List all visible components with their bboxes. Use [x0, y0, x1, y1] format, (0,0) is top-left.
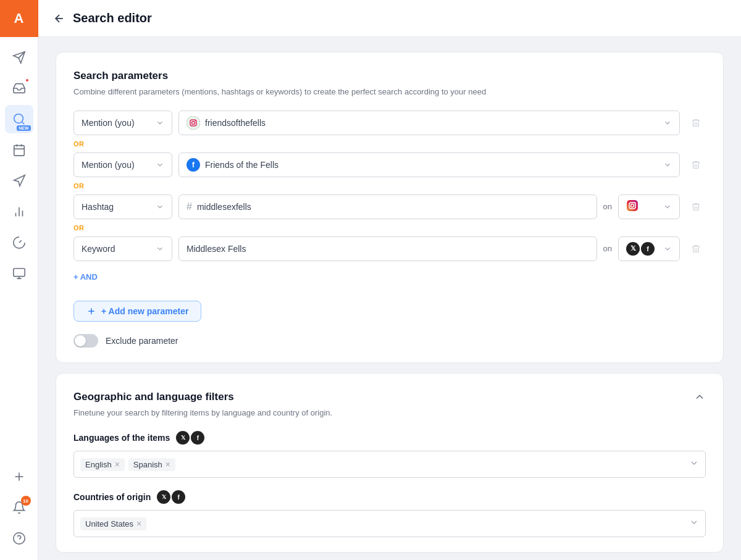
country-social-icons: 𝕏 f — [157, 490, 185, 504]
twitter-dark-icon: 𝕏 — [626, 242, 640, 256]
sidebar-item-calendar[interactable] — [5, 136, 33, 164]
delete-row-3[interactable] — [686, 197, 706, 217]
mention-type-select-1[interactable]: Mention (you) — [73, 111, 172, 135]
instagram-social-icon — [626, 199, 638, 214]
facebook-dark-icon: f — [641, 242, 655, 256]
remove-us-tag[interactable]: × — [136, 519, 141, 528]
sidebar-item-send[interactable] — [5, 43, 33, 72]
languages-multiselect[interactable]: English × Spanish × — [73, 451, 706, 478]
multi-social-icons: 𝕏 f — [626, 242, 655, 256]
and-link[interactable]: + AND — [73, 272, 98, 282]
page-title: Search editor — [73, 11, 152, 25]
app-logo[interactable]: A — [0, 0, 38, 37]
keyword-type-select[interactable]: Keyword — [73, 236, 172, 261]
sidebar-item-analytics[interactable] — [5, 198, 33, 226]
delete-row-4[interactable] — [686, 239, 706, 259]
topbar: Search editor — [38, 0, 741, 37]
or-label-2: OR — [73, 182, 706, 190]
delete-row-1[interactable] — [686, 113, 706, 133]
countries-dropdown-arrow — [689, 517, 699, 530]
param-row-4: Keyword Middlesex Fells on 𝕏 f — [73, 236, 706, 261]
megaphone-icon — [12, 174, 26, 188]
new-badge: NEW — [17, 125, 30, 131]
sidebar-item-notifications[interactable]: 10 — [5, 493, 33, 522]
param-row-3: Hashtag # middlesexfells on — [73, 194, 706, 219]
plus-icon — [12, 470, 26, 483]
countries-section: Countries of origin 𝕏 f United States × — [73, 490, 706, 537]
sidebar: A NEW — [0, 0, 38, 560]
profile-avatar-1 — [186, 116, 200, 130]
keyword-value-text: Middlesex Fells — [186, 244, 246, 254]
geo-filters-content: Languages of the items 𝕏 f English × — [73, 431, 706, 537]
keyword-platform-select[interactable]: 𝕏 f — [618, 236, 680, 261]
countries-multiselect[interactable]: United States × — [73, 510, 706, 537]
lang-icon-1: 𝕏 — [176, 431, 190, 445]
exclude-row: Exclude parameter — [73, 334, 706, 348]
collapse-button[interactable] — [693, 391, 706, 406]
mention-value-select-1[interactable]: friendsofthefells — [178, 111, 680, 135]
exclude-label: Exclude parameter — [106, 336, 178, 346]
sidebar-item-gauge[interactable] — [5, 228, 33, 257]
sidebar-nav: NEW — [5, 37, 33, 462]
svg-rect-4 — [14, 146, 24, 156]
sidebar-item-media[interactable] — [5, 259, 33, 288]
barchart-icon — [12, 205, 26, 219]
back-button[interactable] — [53, 12, 65, 25]
add-param-label: + Add new parameter — [101, 306, 188, 316]
sidebar-bottom: 10 — [5, 462, 33, 560]
lang-social-icons: 𝕏 f — [176, 431, 204, 445]
search-icon — [12, 112, 26, 126]
mention-value-text-1: friendsofthefells — [205, 118, 266, 128]
geo-filters-card: Geographic and language filters Finetune… — [56, 373, 724, 553]
mention-type-select-2[interactable]: Mention (you) — [73, 153, 172, 177]
languages-dropdown-arrow — [689, 458, 699, 470]
hashtag-value-text: middlesexfells — [197, 202, 251, 212]
hashtag-type-select[interactable]: Hashtag — [73, 194, 172, 219]
search-params-desc: Combine different parameters (mentions, … — [73, 86, 706, 98]
mention-type-label-1: Mention (you) — [82, 118, 135, 128]
param-row-2: Mention (you) f Friends of the Fells — [73, 153, 706, 177]
keyword-value-select[interactable]: Middlesex Fells — [178, 236, 597, 261]
mention-value-select-2[interactable]: f Friends of the Fells — [178, 153, 680, 177]
keyword-type-label: Keyword — [82, 244, 115, 254]
sidebar-item-search[interactable]: NEW — [5, 105, 33, 133]
help-icon — [12, 532, 26, 545]
main-content: Search editor Search parameters Combine … — [38, 0, 741, 560]
country-tag-us: United States × — [80, 517, 146, 530]
gauge-icon — [12, 236, 26, 249]
media-icon — [12, 267, 26, 280]
svg-rect-26 — [627, 200, 638, 211]
countries-tags: United States × — [80, 517, 685, 530]
country-icon-1: 𝕏 — [157, 490, 170, 504]
on-label-2: on — [603, 244, 612, 253]
sidebar-item-help[interactable] — [5, 524, 33, 553]
svg-line-3 — [22, 122, 24, 124]
hash-prefix: # — [186, 201, 192, 212]
inbox-icon — [12, 81, 26, 95]
languages-tags: English × Spanish × — [80, 458, 685, 471]
on-label-1: on — [603, 202, 612, 211]
hashtag-value-select[interactable]: # middlesexfells — [178, 194, 597, 219]
language-tag-spanish: Spanish × — [128, 458, 175, 471]
delete-row-2[interactable] — [686, 155, 706, 175]
inbox-badge — [25, 78, 30, 83]
param-row-1: Mention (you) — [73, 111, 706, 135]
sidebar-item-megaphone[interactable] — [5, 167, 33, 195]
sidebar-item-inbox[interactable] — [5, 74, 33, 102]
geo-filters-desc: Finetune your search by filtering items … — [73, 407, 332, 419]
geo-filters-title: Geographic and language filters — [73, 391, 332, 403]
add-param-button[interactable]: + Add new parameter — [73, 301, 201, 322]
remove-spanish-tag[interactable]: × — [165, 460, 170, 469]
sidebar-item-add[interactable] — [5, 462, 33, 491]
country-icon-2: f — [172, 490, 185, 504]
remove-english-tag[interactable]: × — [115, 460, 120, 469]
geo-card-header: Geographic and language filters Finetune… — [73, 391, 706, 419]
svg-point-29 — [635, 203, 636, 204]
languages-section: Languages of the items 𝕏 f English × — [73, 431, 706, 478]
hashtag-platform-select[interactable] — [618, 194, 680, 219]
countries-label: Countries of origin 𝕏 f — [73, 490, 706, 504]
or-label-1: OR — [73, 140, 706, 148]
svg-point-16 — [13, 533, 24, 544]
exclude-toggle[interactable] — [73, 334, 98, 348]
svg-point-2 — [14, 114, 23, 123]
